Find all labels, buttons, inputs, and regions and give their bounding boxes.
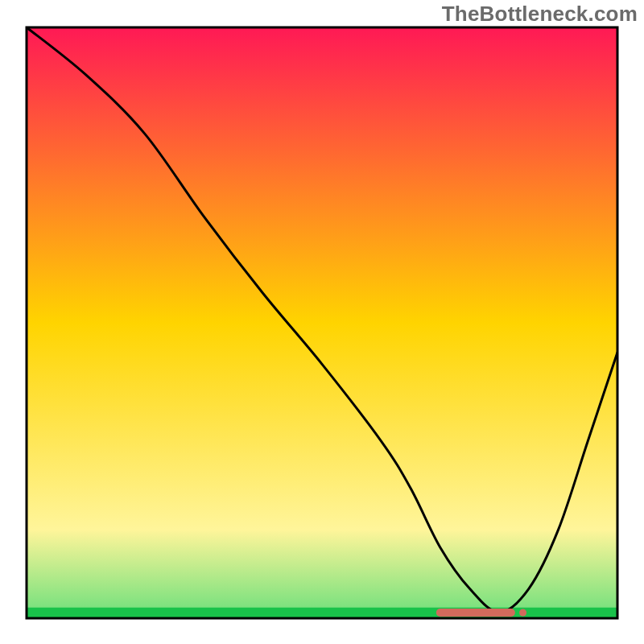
svg-point-2 bbox=[519, 609, 526, 617]
plot-background bbox=[27, 27, 617, 618]
chart-stage: TheBottleneck.com bbox=[0, 0, 644, 644]
green-band bbox=[27, 608, 617, 618]
bottleneck-chart bbox=[0, 0, 644, 644]
watermark-label: TheBottleneck.com bbox=[442, 2, 638, 27]
optimal-range-marker bbox=[440, 609, 526, 617]
